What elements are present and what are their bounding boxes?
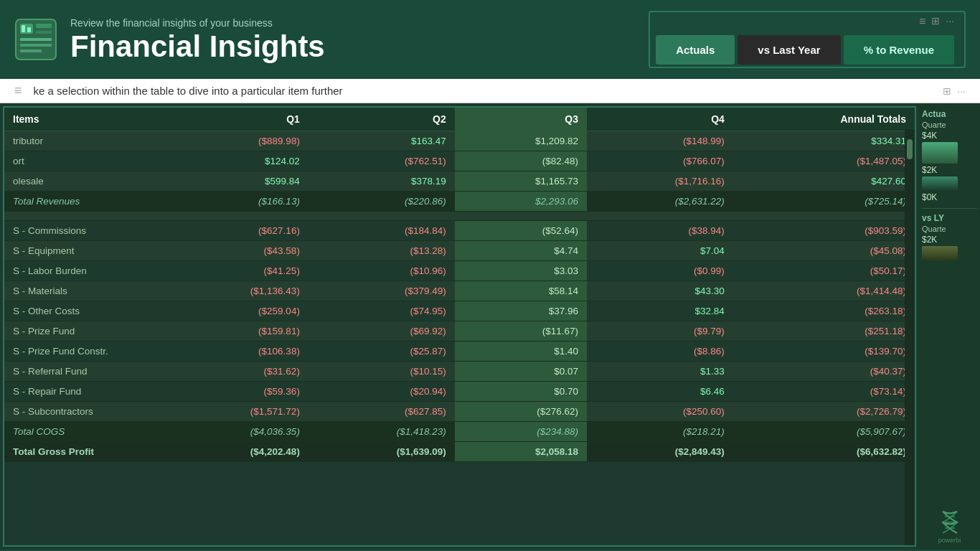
dna-icon: [939, 508, 961, 537]
cell-q2: ($69.92): [308, 321, 455, 342]
col-q2[interactable]: Q2: [308, 108, 455, 131]
cell-q3: $2,293.06: [455, 192, 587, 212]
quarter-sidebar-label: Quarte: [922, 121, 977, 129]
cell-q4: ($9.79): [587, 321, 733, 342]
cell-q4: $1.33: [587, 362, 733, 382]
panel-expand-icon[interactable]: ⊞: [931, 15, 940, 28]
cell-q1: ($31.62): [162, 362, 308, 382]
vs-last-year-button[interactable]: vs Last Year: [738, 35, 840, 65]
row-label: S - Subcontractors: [4, 402, 162, 422]
chart-bar-vs: [922, 246, 958, 260]
cell-q3: ($276.62): [455, 402, 587, 422]
header-title: Financial Insights: [70, 32, 325, 62]
cell-q1: ($1,136.43): [162, 281, 308, 301]
col-q3[interactable]: Q3: [455, 108, 587, 131]
col-q4[interactable]: Q4: [587, 108, 733, 131]
svg-rect-2: [36, 24, 52, 28]
table-row[interactable]: S - Labor Burden ($41.25) ($10.96) $3.03…: [4, 261, 915, 281]
col-q1[interactable]: Q1: [162, 108, 308, 131]
cell-q1: $599.84: [162, 171, 308, 192]
table-row[interactable]: S - Materials ($1,136.43) ($379.49) $58.…: [4, 281, 915, 301]
cell-q4: ($766.07): [587, 151, 733, 171]
cell-q4: $7.04: [587, 241, 733, 261]
cell-annual: ($45.08): [733, 241, 915, 261]
table-body: tributor ($889.98) $163.47 $1,209.82 ($1…: [4, 131, 915, 462]
row-label: S - Other Costs: [4, 301, 162, 321]
cell-q1: ($43.58): [162, 241, 308, 261]
cell-q3: $3.03: [455, 261, 587, 281]
table-row[interactable]: S - Repair Fund ($59.36) ($20.94) $0.70 …: [4, 382, 915, 402]
header: Review the financial insights of your bu…: [0, 0, 980, 79]
cell-annual: ($1,487.05): [733, 151, 915, 171]
cell-q1: $124.02: [162, 151, 308, 171]
actuals-button[interactable]: Actuals: [656, 35, 735, 65]
cell-q1: ($889.98): [162, 131, 308, 151]
dna-icon-container: [922, 494, 977, 537]
cell-annual: ($2,726.79): [733, 402, 915, 422]
subtitle-menu-icon[interactable]: ···: [957, 85, 966, 97]
row-label: S - Labor Burden: [4, 261, 162, 281]
pct-to-revenue-button[interactable]: % to Revenue: [844, 35, 954, 65]
cell-annual: ($725.14): [733, 192, 915, 212]
cell-annual: ($263.18): [733, 301, 915, 321]
cell-q1: ($166.13): [162, 192, 308, 212]
table-row[interactable]: S - Other Costs ($259.04) ($74.95) $37.9…: [4, 301, 915, 321]
table-row[interactable]: S - Prize Fund Constr. ($106.38) ($25.87…: [4, 342, 915, 362]
table-row[interactable]: S - Commissions ($627.16) ($184.84) ($52…: [4, 221, 915, 241]
table-row[interactable]: olesale $599.84 $378.19 $1,165.73 ($1,71…: [4, 171, 915, 192]
table-row[interactable]: S - Prize Fund ($159.81) ($69.92) ($11.6…: [4, 321, 915, 342]
cell-q2: ($25.87): [308, 342, 455, 362]
subtitle-drag-handle: ≡: [14, 83, 22, 98]
table-row[interactable]: S - Equipment ($43.58) ($13.28) $4.74 $7…: [4, 241, 915, 261]
cell-q2: ($379.49): [308, 281, 455, 301]
cell-q2: ($10.15): [308, 362, 455, 382]
total-revenues-row[interactable]: Total Revenues ($166.13) ($220.86) $2,29…: [4, 192, 915, 212]
cell-q1: ($259.04): [162, 301, 308, 321]
table-container: Items Q1 Q2 Q3 Q4 Annual Totals tributor…: [0, 103, 980, 550]
vertical-scrollbar[interactable]: [905, 129, 915, 545]
table-row[interactable]: ort $124.02 ($762.51) ($82.48) ($766.07)…: [4, 151, 915, 171]
scrollbar-thumb[interactable]: [907, 139, 913, 159]
cell-annual: ($251.18): [733, 321, 915, 342]
cell-q2: ($184.84): [308, 221, 455, 241]
panel-menu-icon[interactable]: ···: [946, 15, 954, 28]
cell-q3: $1,165.73: [455, 171, 587, 192]
row-label: ort: [4, 151, 162, 171]
cell-annual: ($5,907.67): [733, 422, 915, 442]
table-row[interactable]: S - Subcontractors ($1,571.72) ($627.85)…: [4, 402, 915, 422]
cell-q3: ($234.88): [455, 422, 587, 442]
cell-annual: ($1,414.48): [733, 281, 915, 301]
cell-q4: $43.30: [587, 281, 733, 301]
cell-q1: ($4,036.35): [162, 422, 308, 442]
toggle-panel: ≡ ⊞ ··· Actuals vs Last Year % to Revenu…: [649, 11, 966, 68]
total-cogs-row[interactable]: Total COGS ($4,036.35) ($1,418.23) ($234…: [4, 422, 915, 442]
cell-q1: ($41.25): [162, 261, 308, 281]
subtitle-text: ke a selection within the table to dive …: [34, 85, 343, 97]
cell-q2: ($10.96): [308, 261, 455, 281]
table-scroll[interactable]: Items Q1 Q2 Q3 Q4 Annual Totals tributor…: [4, 108, 915, 545]
table-row[interactable]: tributor ($889.98) $163.47 $1,209.82 ($1…: [4, 131, 915, 151]
cell-q2: ($20.94): [308, 382, 455, 402]
cell-q4: $32.84: [587, 301, 733, 321]
right-sidebar: Actua Quarte $4K $2K $0K vs LY Quarte $2…: [919, 103, 980, 550]
cell-annual: ($6,632.82): [733, 442, 915, 462]
value-2k-neg: $2K: [922, 235, 977, 245]
cell-q3: $1.40: [455, 342, 587, 362]
cell-annual: $334.31: [733, 131, 915, 151]
svg-rect-6: [20, 50, 42, 52]
row-label: S - Equipment: [4, 241, 162, 261]
cell-q1: ($1,571.72): [162, 402, 308, 422]
cell-q1: ($106.38): [162, 342, 308, 362]
cell-q1: ($159.81): [162, 321, 308, 342]
gross-profit-row[interactable]: Total Gross Profit ($4,202.48) ($1,639.0…: [4, 442, 915, 462]
subtitle-expand-icon[interactable]: ⊞: [943, 85, 951, 97]
main-table: Items Q1 Q2 Q3 Q4 Annual Totals tributor…: [4, 108, 915, 462]
cell-q2: ($220.86): [308, 192, 455, 212]
table-panel: Items Q1 Q2 Q3 Q4 Annual Totals tributor…: [3, 106, 916, 547]
chart-bar-4k: [922, 142, 958, 164]
row-label: S - Materials: [4, 281, 162, 301]
table-row[interactable]: S - Referral Fund ($31.62) ($10.15) $0.0…: [4, 362, 915, 382]
cell-q4: ($0.99): [587, 261, 733, 281]
cell-q3: $2,058.18: [455, 442, 587, 462]
col-annual[interactable]: Annual Totals: [733, 108, 915, 131]
